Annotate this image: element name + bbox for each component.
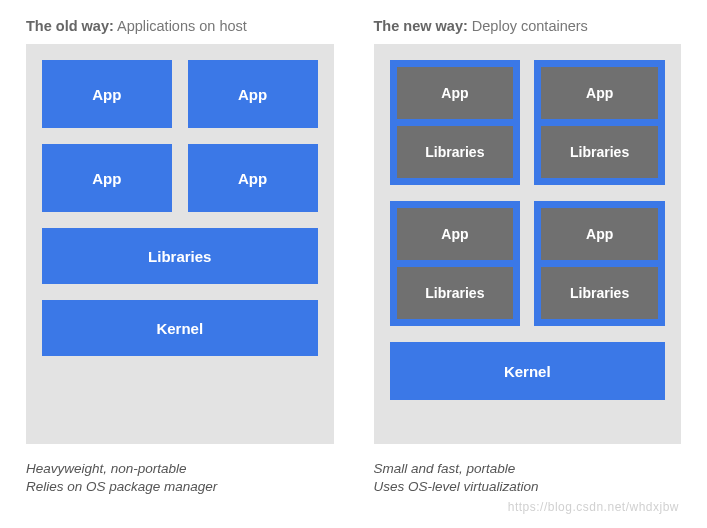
old-app-box: App: [188, 60, 318, 128]
container-libraries-box: Libraries: [541, 267, 658, 319]
new-caption-line1: Small and fast, portable: [374, 460, 682, 478]
old-libraries-box: Libraries: [42, 228, 318, 284]
container-app-box: App: [397, 67, 514, 119]
container-app-box: App: [541, 67, 658, 119]
old-app-box: App: [188, 144, 318, 212]
old-app-box: App: [42, 60, 172, 128]
old-way-caption: Heavyweight, non-portable Relies on OS p…: [26, 460, 334, 496]
old-app-row-1: App App: [42, 60, 318, 128]
container-libraries-box: Libraries: [397, 267, 514, 319]
old-panel-spacer: [42, 372, 318, 428]
new-way-caption: Small and fast, portable Uses OS-level v…: [374, 460, 682, 496]
container-row-2: App Libraries App Libraries: [390, 201, 666, 326]
old-way-heading-rest: Applications on host: [114, 18, 247, 34]
old-kernel-box: Kernel: [42, 300, 318, 356]
old-app-box: App: [42, 144, 172, 212]
old-way-panel: App App App App Libraries Kernel: [26, 44, 334, 444]
container-box: App Libraries: [390, 201, 521, 326]
container-box: App Libraries: [534, 201, 665, 326]
old-way-heading: The old way: Applications on host: [26, 18, 334, 34]
new-kernel-box: Kernel: [390, 342, 666, 400]
old-caption-line1: Heavyweight, non-portable: [26, 460, 334, 478]
old-way-heading-bold: The old way:: [26, 18, 114, 34]
new-way-column: The new way: Deploy containers App Libra…: [374, 18, 682, 518]
new-way-heading-rest: Deploy containers: [468, 18, 588, 34]
container-libraries-box: Libraries: [541, 126, 658, 178]
new-caption-line2: Uses OS-level virtualization: [374, 478, 682, 496]
new-way-panel: App Libraries App Libraries App Librarie…: [374, 44, 682, 444]
container-libraries-box: Libraries: [397, 126, 514, 178]
new-way-heading-bold: The new way:: [374, 18, 468, 34]
container-box: App Libraries: [390, 60, 521, 185]
old-app-row-2: App App: [42, 144, 318, 212]
container-app-box: App: [541, 208, 658, 260]
container-box: App Libraries: [534, 60, 665, 185]
new-way-heading: The new way: Deploy containers: [374, 18, 682, 34]
diagram-columns: The old way: Applications on host App Ap…: [26, 18, 681, 518]
container-app-box: App: [397, 208, 514, 260]
container-row-1: App Libraries App Libraries: [390, 60, 666, 185]
old-caption-line2: Relies on OS package manager: [26, 478, 334, 496]
old-way-column: The old way: Applications on host App Ap…: [26, 18, 334, 518]
